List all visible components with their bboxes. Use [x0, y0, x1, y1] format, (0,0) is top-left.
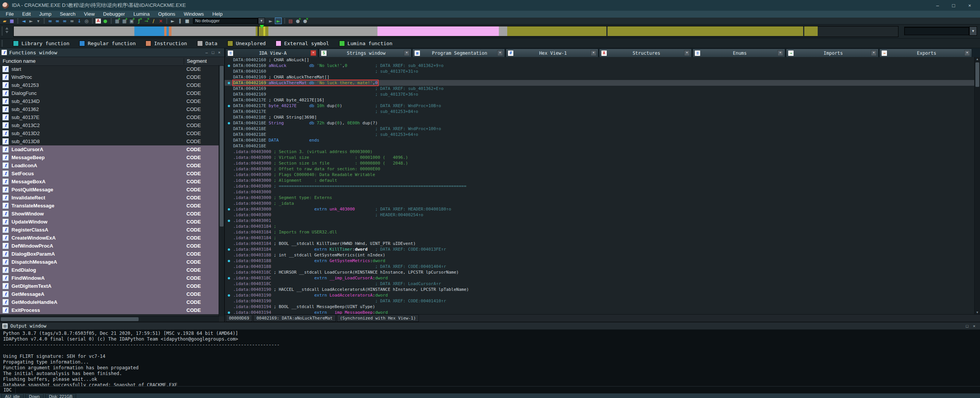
debugger-continue-icon[interactable]: ► [170, 18, 176, 24]
debugger-pause-icon[interactable]: ‖ [177, 18, 183, 24]
disasm-line[interactable]: .idata:00403190 ; DATA XREF: CODE:004014… [225, 298, 975, 304]
function-row-updatewindow[interactable]: fUpdateWindowCODE [0, 218, 219, 226]
function-row-sub-4013c2[interactable]: fsub_4013C2CODE [0, 121, 219, 129]
navband-arrows[interactable] [5, 27, 8, 33]
navigate-back-icon[interactable]: ◄ [21, 18, 27, 24]
command-input[interactable] [16, 387, 980, 393]
function-row-sub-4013d8[interactable]: fsub_4013D8CODE [0, 137, 219, 145]
disasm-line[interactable]: .idata:00403000 ; Section size in file :… [225, 160, 975, 166]
column-function-name[interactable]: Function name [3, 58, 36, 64]
edit-icon[interactable]: / [150, 18, 157, 24]
jump-by-text-icon[interactable]: ∞ [54, 18, 60, 24]
ascii-string-icon[interactable]: A [95, 18, 101, 24]
disasm-line[interactable]: DATA:0040218E ; CHAR String[3698] [225, 114, 975, 120]
output-restore-button[interactable]: □ [966, 324, 969, 328]
function-row-setfocus[interactable]: fSetFocusCODE [0, 170, 219, 178]
disasm-line[interactable]: DATA:0040218E ; DATA XREF: WndProc+100↑o [225, 126, 975, 132]
scrollbar-thumb[interactable] [975, 62, 979, 87]
navigate-forward-icon[interactable]: ► [28, 18, 34, 24]
navband-segment[interactable] [268, 26, 377, 36]
navband-segment[interactable] [804, 26, 818, 36]
function-row-sub-40134d[interactable]: fsub_40134DCODE [0, 97, 219, 105]
database-snapshot-icon[interactable]: ▤ [287, 18, 294, 24]
function-row-dialogfunc[interactable]: fDialogFuncCODE [0, 89, 219, 97]
disasm-line[interactable]: .idata:0040318C extrn __imp_LoadCursorA:… [225, 275, 975, 281]
disasm-line[interactable]: DATA:00402169 ; DATA XREF: sub_401362+E↑… [225, 86, 975, 91]
disasm-line[interactable]: DATA:0040218E ; sub_401253+64↑o [225, 132, 975, 137]
navband-segment[interactable] [134, 26, 164, 36]
disassembly-view[interactable]: DATA:00402160 ; CHAR aNoLuck[]DATA:00402… [225, 57, 975, 315]
function-row-sub-401253[interactable]: fsub_401253CODE [0, 81, 219, 89]
disasm-line[interactable]: .idata:00403188 extrn GetSystemMetrics:d… [225, 258, 975, 264]
function-row-showwindow[interactable]: fShowWindowCODE [0, 210, 219, 218]
open-file-icon[interactable]: ▰ [2, 18, 8, 24]
jump-next-icon[interactable]: ↓ [76, 18, 82, 24]
dropdown-arrow-icon[interactable]: ▼ [258, 18, 265, 24]
make-function-icon[interactable]: ƒ+ [136, 18, 142, 24]
disasm-line[interactable]: .idata:00403000 ; Flags C0000040: Data R… [225, 172, 975, 178]
menu-file[interactable]: File [2, 11, 18, 18]
disasm-line[interactable]: .idata:00403194 ; BOOL __stdcall Message… [225, 304, 975, 310]
menu-options[interactable]: Options [154, 11, 180, 18]
function-row-loadicona[interactable]: fLoadIconACODE [0, 161, 219, 170]
navband-grip[interactable] [2, 27, 3, 36]
nav-up-icon[interactable] [5, 27, 8, 29]
navband-segment[interactable] [169, 26, 172, 36]
jump-by-address-icon[interactable]: ∞ [62, 18, 68, 24]
navband-combo-value[interactable] [904, 27, 969, 35]
menu-help[interactable]: Help [208, 11, 227, 18]
disasm-line[interactable]: DATA:00402160 ; sub_40137E+31↑o [225, 69, 975, 74]
disasm-line[interactable]: DATA:00402169 ; sub_40137E+36↑o [225, 91, 975, 97]
disasm-line[interactable]: .idata:00403001 [225, 218, 975, 223]
disasm-line[interactable]: .idata:00403188 ; DATA XREF: CODE:004014… [225, 264, 975, 269]
navigation-band-track[interactable] [13, 26, 898, 37]
forward-history-icon[interactable]: ▾ [35, 18, 41, 24]
disasm-line[interactable]: .idata:00403000 ; HEADER:00400254↑o [225, 212, 975, 218]
function-row-start[interactable]: fstartCODE [0, 65, 219, 73]
disasm-line[interactable]: .idata:00403184 ; BOOL __stdcall KillTim… [225, 241, 975, 246]
scrollbar-thumb[interactable] [220, 66, 224, 227]
navband-segment[interactable] [172, 26, 256, 36]
function-row-dispatchmessagea[interactable]: fDispatchMessageACODE [0, 258, 219, 266]
undefine-icon[interactable]: × [158, 18, 164, 24]
disasm-line[interactable]: .idata:00403184 ; Imports from USER32.dl… [225, 229, 975, 235]
tab-close-button[interactable]: × [404, 50, 410, 56]
navband-segment[interactable] [377, 26, 499, 36]
make-name-icon[interactable]: ▣+ [129, 18, 135, 24]
function-row-dialogboxparama[interactable]: fDialogBoxParamACODE [0, 250, 219, 258]
disasm-line[interactable]: DATA:0040218E String db 72h dup(0), 0E00… [225, 120, 975, 126]
function-row-getmessagea[interactable]: fGetMessageACODE [0, 290, 219, 298]
function-row-invalidaterect[interactable]: fInvalidateRectCODE [0, 194, 219, 202]
disasm-line[interactable]: .idata:00403190 extrn LoadAcceleratorsA:… [225, 292, 975, 298]
tab-ida-view-a[interactable]: ≡IDA View-A× [225, 49, 318, 57]
function-row-exitprocess[interactable]: fExitProcessCODE [0, 306, 219, 314]
tab-close-button[interactable]: × [871, 50, 877, 56]
navband-segment[interactable] [499, 26, 507, 36]
disasm-line[interactable]: DATA:0040217E ; CHAR byte_40217E[16] [225, 97, 975, 103]
disasm-line[interactable]: DATA:0040218E DATA ends [225, 137, 975, 143]
disasm-line[interactable]: .idata:00403000 ; ======================… [225, 183, 975, 189]
close-button[interactable]: × [962, 0, 978, 10]
navband-combo[interactable]: ▼ [904, 26, 977, 36]
start-process-icon[interactable]: ► [275, 18, 282, 24]
menu-windows[interactable]: Windows [180, 11, 208, 18]
disasm-line[interactable]: DATA:00402169 aNoLuckThereMat db 'No luc… [225, 80, 975, 86]
function-row-loadcursora[interactable]: fLoadCursorACODE [0, 145, 219, 153]
scroll-up-icon[interactable]: ▲ [975, 57, 980, 62]
disasm-line[interactable]: .idata:00403184 extrn KillTimer:dword ; … [225, 246, 975, 252]
delete-segment-icon[interactable]: ●× [302, 18, 308, 24]
navband-segment[interactable] [14, 26, 134, 36]
function-row-messageboxa[interactable]: fMessageBoxACODE [0, 178, 219, 186]
jump-by-name-icon[interactable]: ∞ [47, 18, 53, 24]
functions-close-button[interactable]: × [218, 50, 220, 55]
disasm-line[interactable]: .idata:00403188 ; int __stdcall GetSyste… [225, 252, 975, 258]
menu-edit[interactable]: Edit [18, 11, 35, 18]
make-data-icon[interactable]: ▦+ [121, 18, 127, 24]
tab-program-segmentation[interactable]: ▦Program Segmentation× [412, 49, 505, 57]
tab-hex-view-1[interactable]: #Hex View-1× [506, 49, 598, 57]
functions-restore-button[interactable]: □ [212, 50, 214, 55]
maximize-button[interactable]: □ [946, 0, 962, 10]
debugger-selector-value[interactable]: No debugger [193, 18, 258, 24]
disasm-line[interactable]: DATA:0040217E byte_40217E db 10h dup(0) … [225, 103, 975, 109]
function-row-registerclassa[interactable]: fRegisterClassACODE [0, 226, 219, 234]
